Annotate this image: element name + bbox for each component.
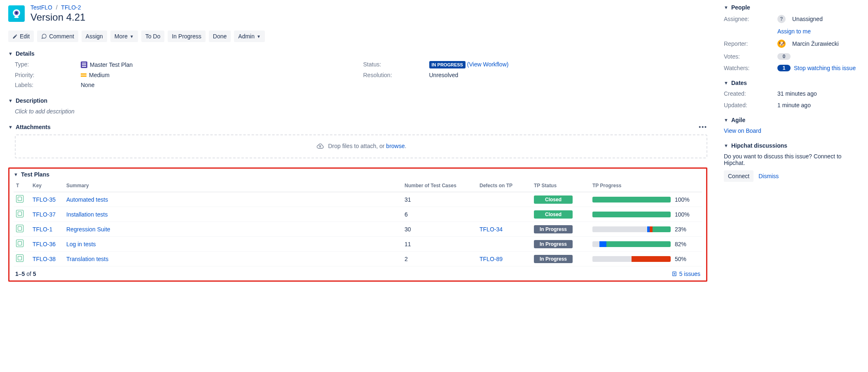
admin-button[interactable]: Admin▼: [234, 31, 265, 42]
col-defects[interactable]: Defects on TP: [477, 179, 531, 192]
view-on-board-link[interactable]: View on Board: [724, 127, 761, 134]
issuetype-icon: [81, 61, 87, 68]
tp-progress-pct: 50%: [675, 256, 686, 262]
section-toggle[interactable]: ▼: [8, 98, 13, 103]
issue-key-link[interactable]: TFLO-37: [33, 211, 56, 218]
updated-label: Updated:: [724, 102, 777, 108]
transition-todo-button[interactable]: To Do: [141, 31, 165, 42]
section-toggle[interactable]: ▼: [724, 118, 729, 122]
toolbar: Edit Comment Assign More▼ To Do In Progr…: [8, 31, 707, 42]
section-title-people: People: [731, 4, 750, 11]
type-label: Type:: [15, 61, 77, 68]
issue-key-link[interactable]: TFLO-1: [33, 226, 52, 233]
section-toggle[interactable]: ▼: [8, 125, 13, 129]
section-toggle[interactable]: ▼: [724, 80, 729, 85]
breadcrumb-project[interactable]: TestFLO: [30, 4, 52, 11]
issue-summary-link[interactable]: Translation tests: [66, 256, 108, 262]
section-title-attachments: Attachments: [16, 124, 51, 130]
assign-to-me-link[interactable]: Assign to me: [777, 28, 811, 35]
tp-progress: 82%: [592, 241, 700, 247]
dropzone-text: Drop files to attach, or: [328, 143, 386, 149]
table-row: TFLO-38Translation tests2TFLO-89In Progr…: [14, 252, 702, 266]
status-value: IN PROGRESS (View Workflow): [429, 61, 708, 68]
browse-link[interactable]: browse: [386, 143, 405, 149]
tp-status-pill: Closed: [534, 195, 573, 204]
issue-title: Version 4.21: [30, 12, 85, 23]
svg-point-2: [16, 12, 17, 14]
defect-link[interactable]: TFLO-89: [480, 256, 503, 262]
resolution-label: Resolution:: [363, 72, 425, 78]
hipchat-connect-button[interactable]: Connect: [724, 170, 753, 182]
status-label: Status:: [363, 61, 425, 68]
tp-progress: 23%: [592, 226, 700, 233]
issue-summary-link[interactable]: Regression Suite: [66, 226, 110, 233]
issue-summary-link[interactable]: Installation tests: [66, 211, 108, 218]
issue-key-link[interactable]: TFLO-36: [33, 241, 56, 247]
section-toggle[interactable]: ▼: [724, 5, 729, 10]
breadcrumb-issue[interactable]: TFLO-2: [61, 4, 81, 11]
table-row: TFLO-1Regression Suite30TFLO-34In Progre…: [14, 222, 702, 237]
section-toggle[interactable]: ▼: [14, 172, 19, 177]
view-workflow-link[interactable]: (View Workflow): [467, 61, 509, 68]
priority-label: Priority:: [15, 72, 77, 78]
attachments-dropzone[interactable]: Drop files to attach, or browse.: [15, 134, 707, 158]
defect-link[interactable]: TFLO-34: [480, 226, 503, 233]
col-t[interactable]: T: [14, 179, 30, 192]
tp-progress-pct: 82%: [675, 241, 686, 247]
watchers-label: Watchers:: [724, 65, 777, 71]
issue-summary-link[interactable]: Automated tests: [66, 196, 108, 203]
votes-count: 0: [777, 53, 791, 60]
priority-value: Medium: [81, 72, 359, 78]
tp-status-pill: Closed: [534, 210, 573, 219]
test-plan-type-icon: [16, 240, 23, 247]
transition-done-button[interactable]: Done: [209, 31, 231, 42]
svg-rect-3: [14, 16, 19, 18]
section-title-agile: Agile: [731, 117, 745, 123]
stop-watching-link[interactable]: Stop watching this issue: [794, 65, 856, 71]
col-progress[interactable]: TP Progress: [590, 179, 702, 192]
attachments-more-menu[interactable]: •••: [699, 124, 707, 130]
section-title-testplans: Test Plans: [21, 171, 49, 178]
test-plan-type-icon: [16, 225, 23, 232]
section-toggle[interactable]: ▼: [8, 51, 13, 56]
section-toggle[interactable]: ▼: [724, 143, 729, 148]
assign-button[interactable]: Assign: [82, 31, 107, 42]
table-row: TFLO-35Automated tests31Closed100%: [14, 192, 702, 207]
issues-count-link[interactable]: 5 issues: [671, 271, 700, 277]
comment-icon: [41, 33, 47, 39]
labels-value: None: [81, 82, 359, 88]
col-status[interactable]: TP Status: [531, 179, 590, 192]
votes-label: Votes:: [724, 53, 777, 60]
num-testcases: 11: [402, 237, 477, 252]
transition-inprogress-button[interactable]: In Progress: [168, 31, 206, 42]
col-numtc[interactable]: Number of Test Cases: [402, 179, 477, 192]
created-label: Created:: [724, 90, 777, 97]
edit-button[interactable]: Edit: [8, 31, 34, 42]
priority-medium-icon: [81, 73, 87, 77]
tp-progress-pct: 23%: [675, 226, 686, 233]
updated-value: 1 minute ago: [777, 102, 860, 108]
issue-key-link[interactable]: TFLO-38: [33, 256, 56, 262]
hipchat-dismiss-link[interactable]: Dismiss: [758, 173, 779, 179]
issue-summary-link[interactable]: Log in tests: [66, 241, 96, 247]
watchers-count: 1: [777, 65, 791, 71]
description-placeholder[interactable]: Click to add description: [8, 108, 707, 115]
tp-progress: 100%: [592, 196, 700, 203]
chevron-down-icon: ▼: [257, 34, 261, 39]
tp-progress: 50%: [592, 256, 700, 262]
unassigned-avatar-icon: ?: [777, 15, 786, 23]
tp-status-pill: In Progress: [534, 255, 573, 263]
issue-key-link[interactable]: TFLO-35: [33, 196, 56, 203]
num-testcases: 6: [402, 207, 477, 222]
test-plan-type-icon: [16, 195, 23, 202]
comment-button[interactable]: Comment: [37, 31, 78, 42]
more-button[interactable]: More▼: [110, 31, 138, 42]
test-plans-table: T Key Summary Number of Test Cases Defec…: [14, 179, 702, 266]
pencil-icon: [12, 34, 18, 39]
col-key[interactable]: Key: [30, 179, 64, 192]
section-title-hipchat: Hipchat discussions: [731, 142, 787, 149]
col-summary[interactable]: Summary: [64, 179, 402, 192]
status-lozenge: IN PROGRESS: [429, 61, 466, 68]
num-testcases: 2: [402, 252, 477, 266]
table-row: TFLO-36Log in tests11In Progress82%: [14, 237, 702, 252]
